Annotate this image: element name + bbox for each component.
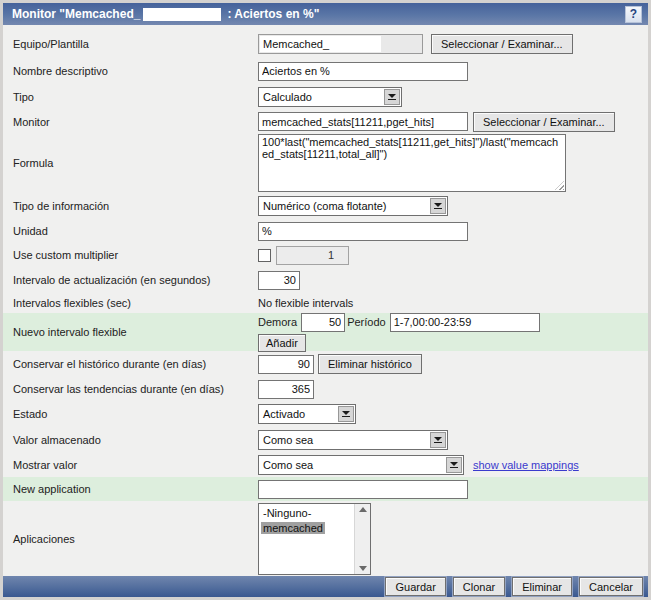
- row-type: Tipo Calculado: [3, 84, 648, 110]
- row-multiplier: Use custom multiplier: [3, 243, 648, 267]
- store-value-select[interactable]: Como sea: [258, 430, 448, 450]
- scroll-up-icon[interactable]: [359, 507, 367, 512]
- row-store-value: Valor almacenado Como sea: [3, 427, 648, 452]
- host-input[interactable]: Memcached_: [258, 34, 423, 54]
- clone-button[interactable]: Clonar: [453, 577, 505, 596]
- row-history: Conservar el histórico durante (en días)…: [3, 351, 648, 377]
- applications-label: Aplicaciones: [13, 533, 258, 545]
- type-label: Tipo: [13, 91, 258, 103]
- row-show-value: Mostrar valor Como sea show value mappin…: [3, 452, 648, 477]
- show-value-mappings-link[interactable]: show value mappings: [473, 459, 579, 471]
- multiplier-input: [276, 246, 349, 265]
- footer-bar: Guardar Clonar Eliminar Cancelar: [3, 576, 648, 597]
- row-new-application: New application: [3, 477, 648, 501]
- update-interval-input[interactable]: [258, 271, 300, 290]
- title-bar: Monitor "Memcached_: Aciertos en %" ?: [3, 3, 648, 25]
- window-title-suffix: : Aciertos en %": [227, 7, 319, 21]
- units-input[interactable]: [258, 222, 468, 241]
- listbox-scrollbar[interactable]: [354, 504, 370, 574]
- host-label: Equipo/Plantilla: [13, 38, 258, 50]
- save-button[interactable]: Guardar: [385, 577, 445, 596]
- history-input[interactable]: [258, 355, 314, 374]
- name-input[interactable]: [258, 62, 468, 81]
- info-type-select[interactable]: Numérico (coma flotante): [258, 196, 448, 216]
- key-input[interactable]: [258, 112, 468, 131]
- chevron-down-icon: [430, 432, 446, 448]
- multiplier-label: Use custom multiplier: [13, 249, 258, 261]
- cancel-button[interactable]: Cancelar: [579, 577, 643, 596]
- status-select[interactable]: Activado: [258, 404, 356, 424]
- new-flexible-label: Nuevo intervalo flexible: [13, 326, 258, 338]
- list-item[interactable]: -Ninguno-: [261, 507, 313, 519]
- multiplier-checkbox[interactable]: [258, 249, 271, 262]
- row-name: Nombre descriptivo: [3, 58, 648, 84]
- key-select-button[interactable]: Seleccionar / Examinar...: [473, 112, 615, 132]
- new-application-label: New application: [13, 483, 258, 495]
- units-label: Unidad: [13, 225, 258, 237]
- list-item-selected[interactable]: memcached: [261, 522, 325, 534]
- type-select-value: Calculado: [259, 91, 383, 103]
- delete-history-button[interactable]: Eliminar histórico: [318, 354, 422, 374]
- row-key: Monitor Seleccionar / Examinar...: [3, 110, 648, 133]
- row-update-interval: Intervalo de actualización (en segundos): [3, 267, 648, 293]
- chevron-down-icon: [384, 89, 400, 105]
- formula-textarea-frame: 100*last("memcached_stats[11211,get_hits…: [258, 134, 566, 192]
- row-units: Unidad: [3, 219, 648, 243]
- period-label: Período: [347, 316, 386, 328]
- type-select[interactable]: Calculado: [258, 87, 402, 107]
- trends-input[interactable]: [258, 380, 314, 399]
- question-mark-icon: ?: [630, 7, 637, 21]
- row-trends: Conservar las tendencias durante (en día…: [3, 377, 648, 401]
- window-title-prefix: Monitor "Memcached_: [12, 7, 140, 21]
- new-application-input[interactable]: [258, 480, 468, 499]
- spacer: [3, 597, 648, 598]
- row-info-type: Tipo de información Numérico (coma flota…: [3, 193, 648, 219]
- scroll-down-icon[interactable]: [359, 566, 367, 571]
- host-select-button[interactable]: Seleccionar / Examinar...: [431, 34, 573, 54]
- formula-label: Formula: [13, 157, 258, 169]
- row-flexible-intervals: Intervalos flexibles (sec) No flexible i…: [3, 293, 648, 313]
- help-button[interactable]: ?: [625, 6, 642, 23]
- info-type-select-value: Numérico (coma flotante): [259, 200, 429, 212]
- applications-listbox[interactable]: -Ninguno- memcached: [258, 503, 371, 575]
- row-status: Estado Activado: [3, 401, 648, 427]
- update-interval-label: Intervalo de actualización (en segundos): [13, 274, 258, 286]
- row-formula: Formula 100*last("memcached_stats[11211,…: [3, 133, 648, 193]
- store-value-select-value: Como sea: [259, 434, 429, 446]
- info-type-label: Tipo de información: [13, 200, 258, 212]
- host-value: Memcached_: [263, 38, 329, 50]
- status-select-value: Activado: [259, 408, 337, 420]
- show-value-select[interactable]: Como sea: [258, 455, 464, 475]
- monitor-config-window: Monitor "Memcached_: Aciertos en %" ? Eq…: [0, 0, 651, 600]
- chevron-down-icon: [338, 406, 354, 422]
- history-label: Conservar el histórico durante (en días): [13, 358, 258, 370]
- add-interval-button[interactable]: Añadir: [258, 334, 306, 352]
- row-host: Equipo/Plantilla Memcached_ Seleccionar …: [3, 30, 648, 58]
- flexible-intervals-value: No flexible intervals: [258, 297, 353, 309]
- row-applications: Aplicaciones -Ninguno- memcached: [3, 501, 648, 576]
- chevron-down-icon: [430, 198, 446, 214]
- status-label: Estado: [13, 408, 258, 420]
- delete-button[interactable]: Eliminar: [512, 577, 572, 596]
- applications-options: -Ninguno- memcached: [259, 504, 354, 574]
- show-value-select-value: Como sea: [259, 459, 445, 471]
- key-label: Monitor: [13, 116, 258, 128]
- flexible-intervals-label: Intervalos flexibles (sec): [13, 297, 258, 309]
- store-value-label: Valor almacenado: [13, 434, 258, 446]
- show-value-label: Mostrar valor: [13, 459, 258, 471]
- formula-textarea[interactable]: 100*last("memcached_stats[11211,get_hits…: [259, 135, 565, 191]
- redaction-overlay: Memcached_: [260, 36, 381, 52]
- chevron-down-icon: [446, 457, 462, 473]
- name-label: Nombre descriptivo: [13, 65, 258, 77]
- row-new-flexible-interval: Nuevo intervalo flexible Demora Período …: [3, 313, 648, 351]
- delay-input[interactable]: [301, 313, 345, 332]
- trends-label: Conservar las tendencias durante (en día…: [13, 383, 258, 395]
- period-input[interactable]: [390, 313, 540, 332]
- redaction-overlay: [143, 8, 221, 21]
- delay-label: Demora: [258, 316, 297, 328]
